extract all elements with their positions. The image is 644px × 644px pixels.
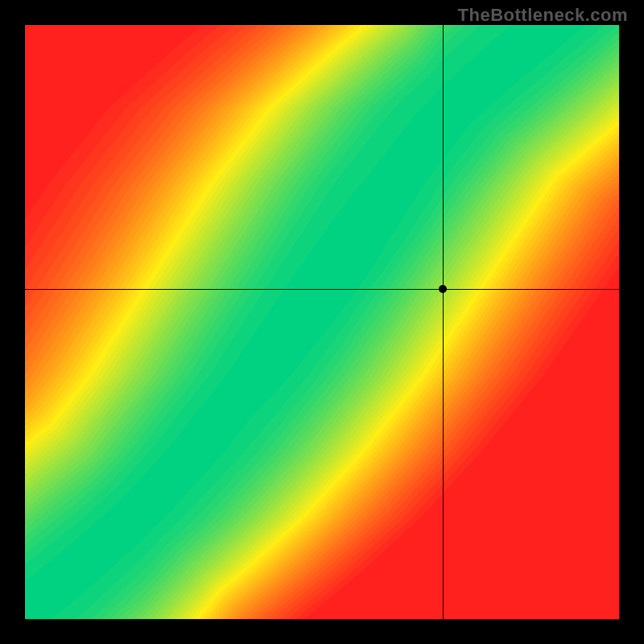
crosshair-horizontal (25, 289, 619, 290)
chart-frame: TheBottleneck.com (0, 0, 644, 644)
heatmap-plot (25, 25, 619, 619)
marker-dot (439, 285, 447, 293)
crosshair-vertical (443, 25, 444, 619)
heatmap-canvas (25, 25, 619, 619)
watermark-text: TheBottleneck.com (458, 5, 628, 26)
